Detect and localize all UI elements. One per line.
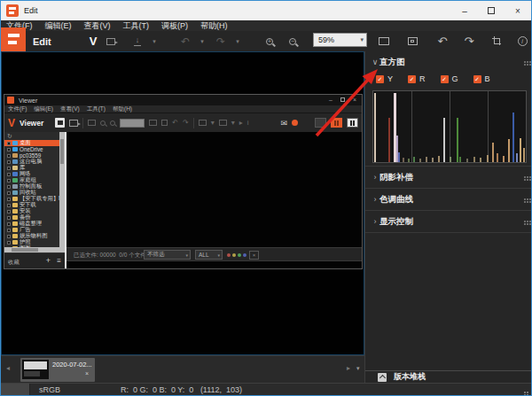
close-button[interactable]: × (505, 1, 531, 20)
color-label-green-icon[interactable] (238, 253, 241, 257)
filter-select[interactable]: 不筛选 ▾ (144, 250, 191, 260)
expand-toggle-icon[interactable] (7, 185, 11, 189)
color-label-yellow-icon[interactable] (232, 253, 236, 257)
undo-button[interactable]: ↶ (178, 31, 192, 51)
compare-caret[interactable]: ▾ (231, 119, 235, 128)
info-icon[interactable]: i (247, 119, 249, 128)
open-viewer-button[interactable]: V (86, 31, 100, 51)
panel-section-header[interactable]: › 显示控制 (365, 210, 532, 232)
checkbox-checked-icon[interactable]: ✓ (473, 75, 481, 83)
undo-history-caret[interactable]: ▾ (198, 31, 207, 51)
rating-filter-select[interactable]: ALL ▾ (195, 250, 223, 260)
expand-toggle-icon[interactable] (7, 204, 11, 207)
share-icon[interactable] (88, 120, 96, 126)
expand-toggle-icon[interactable] (7, 216, 11, 220)
display-mode-icon[interactable] (199, 120, 207, 126)
tree-item[interactable]: 护照 (4, 239, 59, 245)
expand-toggle-icon[interactable] (7, 198, 11, 201)
tree-item[interactable]: 家庭组 (4, 177, 59, 183)
maximize-button[interactable] (478, 1, 505, 20)
expand-toggle-icon[interactable] (7, 191, 11, 195)
display-mode-caret[interactable]: ▾ (211, 119, 215, 128)
viewer-minimize-button[interactable]: – (329, 95, 332, 105)
zoom-out-button[interactable]: − (285, 31, 301, 51)
export-icon[interactable] (69, 120, 78, 127)
drag-handle-icon[interactable] (524, 61, 526, 63)
crop-button[interactable] (489, 31, 504, 51)
viewer-titlebar[interactable]: Viewer – × (4, 95, 362, 105)
save-button[interactable]: ↓ (130, 31, 145, 51)
tree-item[interactable]: 安下载 (4, 202, 59, 208)
tree-item[interactable]: 库 (4, 165, 59, 171)
menu-item[interactable]: 帮助(H) (200, 20, 228, 31)
expand-toggle-icon[interactable] (7, 142, 11, 145)
expand-toggle-icon[interactable] (7, 160, 11, 164)
checkbox-checked-icon[interactable]: ✓ (376, 75, 384, 83)
list-view-button[interactable]: ≡ (57, 258, 61, 265)
compare-icon[interactable] (219, 120, 227, 126)
export-button[interactable] (104, 31, 118, 51)
tree-item[interactable]: 控制面板 (4, 183, 59, 190)
viewer-maximize-button[interactable] (340, 97, 345, 102)
histogram-channel-toggle[interactable]: ✓ B (473, 74, 490, 83)
zoom-level-select[interactable]: 59% ▾ (313, 33, 367, 47)
viewer-menu-item[interactable]: 查看(V) (60, 105, 80, 113)
resize-grip-icon[interactable] (527, 392, 528, 393)
zoom-in-icon[interactable] (100, 120, 106, 126)
tree-item[interactable]: 【安下载专用】MyDl (4, 196, 59, 202)
tree-item[interactable]: pc03559 (4, 152, 59, 159)
viewer-menu-item[interactable]: 文件(F) (8, 105, 27, 113)
expand-toggle-icon[interactable] (7, 148, 11, 151)
zoom-in-button[interactable]: + (262, 31, 278, 51)
checkbox-checked-icon[interactable]: ✓ (441, 75, 449, 83)
add-favorite-button[interactable]: + (46, 257, 51, 265)
expand-toggle-icon[interactable] (7, 210, 11, 214)
thumbnail-close-icon[interactable]: × (85, 370, 89, 377)
layout-split-button[interactable] (347, 118, 358, 128)
color-label-blue-icon[interactable] (243, 253, 246, 257)
tree-item[interactable]: 安装 (4, 208, 59, 214)
drag-handle-icon[interactable] (524, 198, 526, 200)
tree-item[interactable]: 这台电脑 (4, 159, 59, 165)
fit-screen-icon[interactable] (149, 120, 157, 126)
filmstrip-thumbnail[interactable]: 2020-07-02... × (20, 358, 95, 382)
viewer-menu-item[interactable]: 工具(T) (87, 105, 106, 113)
histogram-channel-toggle[interactable]: ✓ G (441, 74, 458, 83)
redo-button[interactable]: ↷ (214, 31, 228, 51)
rotate-right-icon[interactable]: ↷ (183, 119, 189, 128)
panel-section-header[interactable]: › 色调曲线 (365, 188, 532, 210)
actual-size-button[interactable] (405, 31, 419, 51)
drag-handle-icon[interactable] (524, 176, 526, 178)
histogram-channel-toggle[interactable]: ✓ Y (376, 74, 393, 83)
clear-filter-button[interactable]: × (249, 251, 259, 260)
tree-item[interactable]: 网络 (4, 171, 59, 177)
drag-handle-icon[interactable] (524, 221, 526, 222)
menu-item[interactable]: 编辑(E) (45, 20, 72, 31)
actual-size-icon[interactable] (161, 120, 168, 126)
layout-thumbnails-button[interactable] (331, 118, 342, 128)
tree-item[interactable]: 磁盘整理 (4, 221, 59, 227)
viewer-menu-item[interactable]: 帮助(H) (113, 105, 132, 113)
filmstrip-options-caret[interactable]: ▾ (356, 365, 360, 372)
viewer-image-area[interactable]: 已选文件: 00000 0/0 个文件 不筛选 ▾ ALL ▾ × (66, 132, 362, 268)
rotate-right-button[interactable]: ↷ (462, 31, 476, 51)
viewer-zoom-select[interactable] (120, 119, 145, 128)
tree-toolbar[interactable]: ↻ (4, 132, 59, 140)
menu-item[interactable]: 调板(P) (161, 20, 188, 31)
expand-toggle-icon[interactable] (7, 173, 11, 176)
viewer-menu-item[interactable]: 编辑(E) (34, 105, 53, 113)
tree-item[interactable]: 娱乐物料图 (4, 233, 59, 239)
redo-history-caret[interactable]: ▾ (233, 31, 242, 51)
expand-toggle-icon[interactable] (7, 222, 11, 226)
expand-toggle-icon[interactable] (7, 235, 11, 238)
slideshow-icon[interactable]: ▸ (239, 119, 243, 128)
viewer-close-button[interactable]: × (353, 95, 356, 105)
histogram-channel-toggle[interactable]: ✓ R (408, 74, 426, 83)
checkbox-checked-icon[interactable]: ✓ (408, 75, 416, 83)
mail-icon[interactable]: ✉ (280, 119, 287, 128)
histogram-header[interactable]: ∨ 直方图 (371, 56, 526, 68)
version-stack-bar[interactable]: 版本堆栈 (365, 370, 532, 383)
color-label-red-icon[interactable] (227, 253, 231, 257)
zoom-out-icon[interactable] (110, 120, 115, 126)
info-button[interactable]: i (515, 31, 529, 51)
